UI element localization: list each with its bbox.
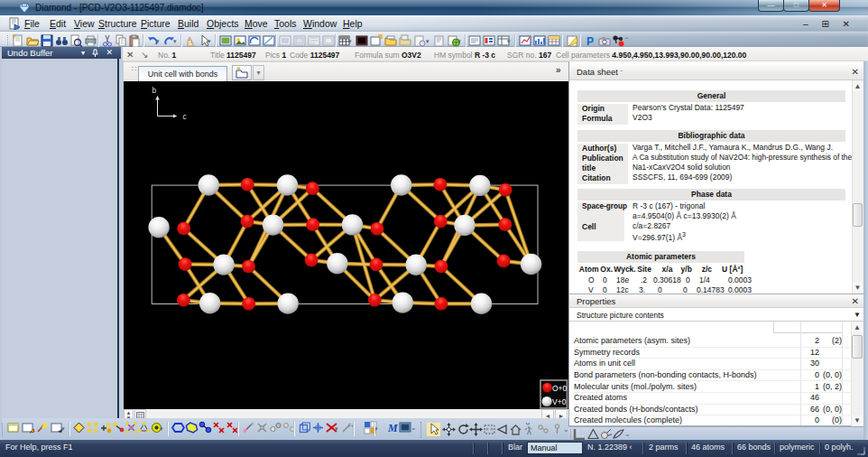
svg-text:P: P	[586, 35, 594, 48]
svg-text:b: b	[152, 85, 157, 94]
svg-text:M: M	[387, 422, 398, 434]
svg-text:O+0: O+0	[552, 383, 568, 392]
svg-text:c: c	[183, 112, 188, 121]
svg-text:V+0: V+0	[552, 397, 567, 406]
